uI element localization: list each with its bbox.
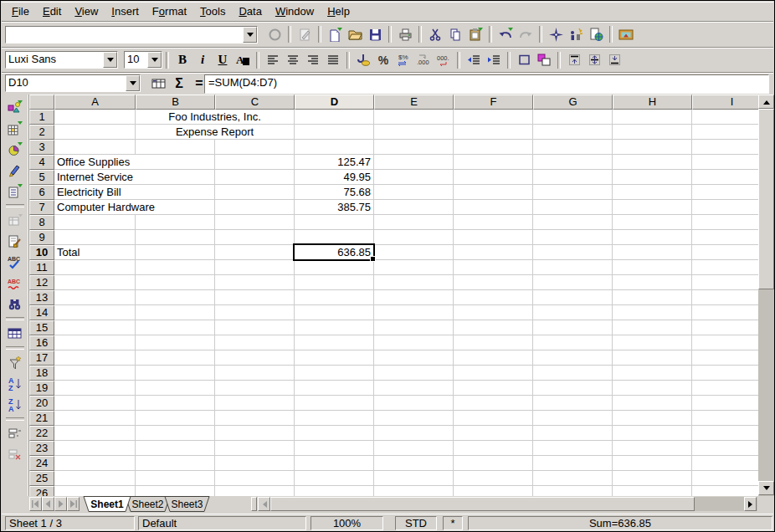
cell-C8[interactable]: [215, 215, 295, 230]
cell-I26[interactable]: [692, 486, 758, 496]
column-header-E[interactable]: E: [374, 95, 454, 110]
cell-A26[interactable]: [54, 486, 136, 496]
cell-F9[interactable]: [454, 230, 533, 245]
navigator-icon[interactable]: [546, 24, 566, 44]
cell-A2[interactable]: [54, 125, 136, 140]
row-header-13[interactable]: 13: [29, 290, 54, 305]
cut-icon[interactable]: [425, 24, 445, 44]
cell-E6[interactable]: [374, 185, 454, 200]
scroll-right-button[interactable]: [744, 497, 757, 511]
cell-H11[interactable]: [613, 260, 692, 275]
increase-indent-icon[interactable]: [484, 50, 504, 70]
save-icon[interactable]: [365, 24, 385, 44]
cell-H24[interactable]: [613, 456, 692, 471]
font-color-icon[interactable]: A: [233, 50, 253, 70]
cell-H22[interactable]: [613, 426, 692, 441]
cell-A18[interactable]: [54, 366, 136, 381]
cell-F6[interactable]: [454, 185, 533, 200]
cell-B23[interactable]: [136, 441, 215, 456]
cell-H4[interactable]: [613, 155, 692, 170]
cell-E1[interactable]: [374, 110, 454, 125]
cell-A9[interactable]: [54, 230, 136, 245]
cell-A15[interactable]: [54, 320, 136, 335]
cell-G16[interactable]: [533, 335, 613, 350]
cell-D26[interactable]: [295, 486, 374, 496]
cell-D15[interactable]: [295, 320, 374, 335]
copy-icon[interactable]: [445, 24, 465, 44]
cell-F23[interactable]: [454, 441, 533, 456]
cell-B14[interactable]: [136, 305, 215, 320]
row-header-2[interactable]: 2: [29, 125, 54, 140]
add-decimal-icon[interactable]: .000: [413, 50, 434, 70]
cell-C7[interactable]: [215, 200, 295, 215]
cell-A25[interactable]: [54, 471, 136, 486]
column-header-B[interactable]: B: [136, 95, 215, 110]
cell-H15[interactable]: [613, 320, 692, 335]
cell-E2[interactable]: [374, 125, 454, 140]
vertical-scrollbar[interactable]: [758, 95, 774, 496]
cell-H10[interactable]: [613, 245, 692, 260]
cell-D25[interactable]: [295, 471, 374, 486]
cell-H12[interactable]: [613, 275, 692, 290]
cell-D14[interactable]: [295, 305, 374, 320]
cell-H7[interactable]: [613, 200, 692, 215]
stylist-icon[interactable]: [566, 24, 586, 44]
cell-C18[interactable]: [215, 366, 295, 381]
cell-E23[interactable]: [374, 441, 454, 456]
cell-F13[interactable]: [454, 290, 533, 305]
ungroup-icon[interactable]: [5, 444, 25, 465]
cell-C25[interactable]: [215, 471, 295, 486]
cell-G23[interactable]: [533, 441, 613, 456]
new-document-icon[interactable]: [325, 24, 345, 44]
sheet-tab-label-sheet3[interactable]: Sheet3: [171, 499, 203, 510]
cell-D4[interactable]: 125.47: [295, 155, 374, 170]
cell-G24[interactable]: [533, 456, 613, 471]
cell-C15[interactable]: [215, 320, 295, 335]
cell-H8[interactable]: [613, 215, 692, 230]
cell-D5[interactable]: 49.95: [295, 170, 374, 185]
cell-H2[interactable]: [613, 125, 692, 140]
print-icon[interactable]: [395, 24, 415, 44]
cell-I25[interactable]: [692, 471, 758, 486]
selection-mode-field[interactable]: STD: [395, 516, 437, 530]
cell-F21[interactable]: [454, 411, 533, 426]
insert-cells-icon[interactable]: [5, 118, 25, 139]
font-name-combobox[interactable]: Luxi Sans: [5, 51, 118, 69]
cell-F2[interactable]: [454, 125, 533, 140]
cell-I19[interactable]: [692, 381, 758, 396]
cell-C6[interactable]: [215, 185, 295, 200]
cell-I3[interactable]: [692, 140, 758, 155]
cell-H20[interactable]: [613, 396, 692, 411]
cell-G26[interactable]: [533, 486, 613, 496]
cell-A4[interactable]: Office Supplies: [54, 155, 215, 170]
cell-F7[interactable]: [454, 200, 533, 215]
scroll-left-button[interactable]: [258, 497, 270, 511]
name-box-dropdown-button[interactable]: [126, 75, 140, 91]
cell-E5[interactable]: [374, 170, 454, 185]
row-header-7[interactable]: 7: [29, 200, 54, 215]
align-top-icon[interactable]: [564, 50, 584, 70]
url-combobox[interactable]: [5, 26, 258, 43]
cell-I4[interactable]: [692, 155, 758, 170]
borders-icon[interactable]: [514, 50, 534, 70]
cell-H23[interactable]: [613, 441, 692, 456]
cell-A8[interactable]: [54, 215, 136, 230]
sum-field[interactable]: Sum=636.85: [468, 516, 772, 530]
cell-A13[interactable]: [54, 290, 136, 305]
cell-G7[interactable]: [533, 200, 613, 215]
cell-D6[interactable]: 75.68: [295, 185, 374, 200]
url-value[interactable]: [6, 27, 243, 43]
cell-B24[interactable]: [136, 456, 215, 471]
spellcheck-icon[interactable]: ABC: [5, 252, 25, 273]
cell-E8[interactable]: [374, 215, 454, 230]
cell-F20[interactable]: [454, 396, 533, 411]
column-header-C[interactable]: C: [215, 95, 295, 110]
autospellcheck-icon[interactable]: ABC: [5, 273, 25, 294]
font-size-value[interactable]: 10: [125, 52, 147, 68]
name-box[interactable]: D10: [5, 74, 141, 92]
font-size-dropdown-button[interactable]: [147, 52, 162, 68]
cell-F24[interactable]: [454, 456, 533, 471]
insert-sheet-icon[interactable]: [5, 210, 25, 231]
cell-B9[interactable]: [136, 230, 215, 245]
number-format-standard-icon[interactable]: $%: [393, 50, 413, 70]
